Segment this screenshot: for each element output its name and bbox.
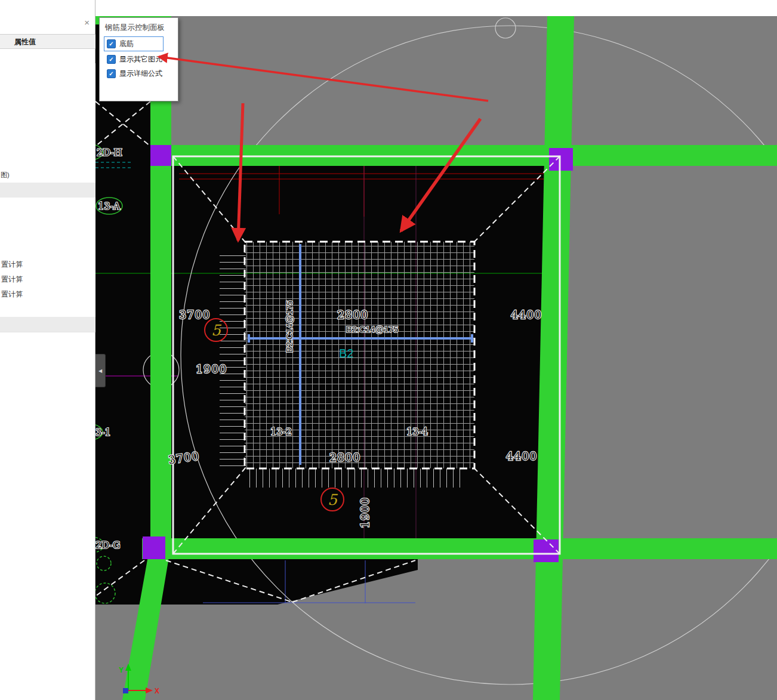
property-row[interactable] xyxy=(0,108,95,124)
dim-bottom-mid: 2800 xyxy=(329,451,360,464)
checkbox-checked-icon[interactable] xyxy=(107,69,116,78)
slab-tag: B2 xyxy=(339,347,353,360)
property-row[interactable] xyxy=(0,123,95,138)
grid-label-13-4: 13-4 xyxy=(406,426,428,437)
property-row[interactable] xyxy=(0,242,95,258)
chevron-left-icon: ◀ xyxy=(98,368,102,374)
properties-header: 属性值 xyxy=(0,34,95,49)
checkbox-label: 显示其它图元 xyxy=(119,54,162,64)
dim-bottom-vertical: 1900 xyxy=(358,497,371,528)
dim-top-left: 3700 xyxy=(179,308,210,321)
checkbox-checked-icon[interactable] xyxy=(107,55,116,64)
property-row[interactable] xyxy=(0,212,95,228)
rebar-label-vertical: B2:C14@175 xyxy=(285,300,294,352)
checkbox-checked-icon[interactable] xyxy=(107,39,116,48)
property-row[interactable] xyxy=(0,302,95,317)
dim-left: 1900 xyxy=(196,362,227,375)
dim-bottom-right: 4400 xyxy=(506,449,537,462)
properties-panel: × 属性值 图) 置计算 置计算 置计算 xyxy=(0,0,95,700)
dim-top-right: 4400 xyxy=(511,308,542,321)
axis-number: 5 xyxy=(211,322,222,339)
rebar-option-show-other-elements[interactable]: 显示其它图元 xyxy=(100,52,178,66)
property-row[interactable] xyxy=(0,198,95,213)
app-window: × 属性值 图) 置计算 置计算 置计算 xyxy=(0,0,777,700)
grid-label-3-1: 3-1 xyxy=(95,427,111,438)
grid-label-13-2: 13-2 xyxy=(270,426,292,437)
ucs-origin-icon xyxy=(123,688,128,693)
cad-canvas[interactable]: B2:C14@175 B2:C14@175 B2 3700 2800 4400 … xyxy=(95,16,777,700)
property-row[interactable]: 图) xyxy=(0,168,95,183)
dim-top-mid: 2800 xyxy=(337,308,368,321)
property-row[interactable] xyxy=(0,93,95,109)
property-row-calc[interactable]: 置计算 xyxy=(0,272,95,288)
x-axis-label: X xyxy=(155,687,159,695)
close-icon[interactable]: × xyxy=(84,18,90,27)
property-row[interactable] xyxy=(0,153,95,168)
property-row-selected[interactable] xyxy=(0,317,95,332)
axis-number: 5 xyxy=(328,491,338,508)
property-row[interactable] xyxy=(0,63,95,79)
rebar-display-panel: 钢筋显示控制面板 底筋 显示其它图元 显示详细公式 xyxy=(99,17,178,101)
grid-label-2d-g: 2D-G xyxy=(95,539,121,551)
panel-collapse-handle[interactable]: ◀ xyxy=(95,354,106,387)
property-row-selected[interactable] xyxy=(0,183,95,198)
property-row[interactable] xyxy=(0,78,95,94)
rebar-option-bottom-rebar[interactable]: 底筋 xyxy=(104,36,164,51)
rebar-option-show-detailed-formula[interactable]: 显示详细公式 xyxy=(100,66,178,81)
checkbox-label: 显示详细公式 xyxy=(119,69,162,79)
property-row[interactable] xyxy=(0,227,95,243)
grid-label-13-a: 13-A xyxy=(98,201,121,212)
checkbox-label: 底筋 xyxy=(119,39,134,49)
property-row-calc[interactable]: 置计算 xyxy=(0,257,95,273)
x-axis-arrow-icon xyxy=(146,687,153,693)
rebar-panel-title: 钢筋显示控制面板 xyxy=(100,18,178,36)
cad-drawing[interactable]: B2:C14@175 B2:C14@175 B2 3700 2800 4400 … xyxy=(95,16,777,700)
property-row-calc[interactable]: 置计算 xyxy=(0,287,95,303)
rebar-label-horizontal: B2:C14@175 xyxy=(346,325,398,334)
grid-label-2d-h: 2D-H xyxy=(97,147,122,158)
y-axis-label: Y xyxy=(119,666,124,674)
property-row[interactable] xyxy=(0,138,95,153)
